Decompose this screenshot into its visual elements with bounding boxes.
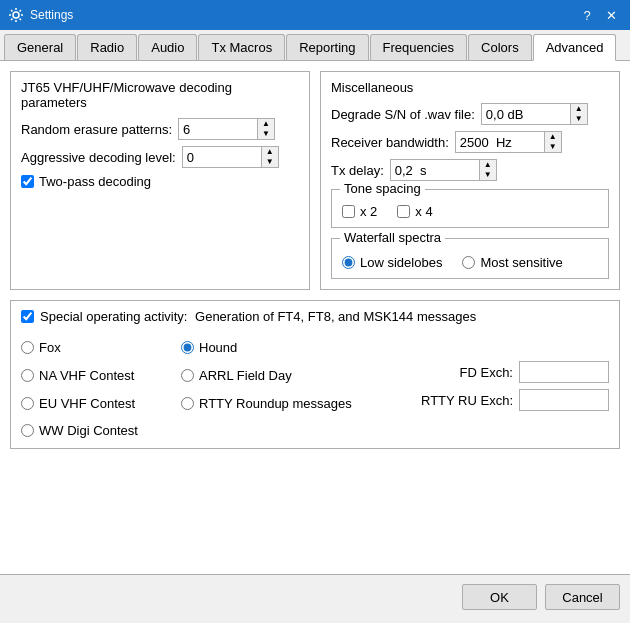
title-bar-buttons: ? ✕: [576, 4, 622, 26]
tab-tx-macros[interactable]: Tx Macros: [198, 34, 285, 60]
random-erasure-row: Random erasure patterns: ▲ ▼: [21, 118, 299, 140]
aggressive-label: Aggressive decoding level:: [21, 150, 176, 165]
tab-reporting[interactable]: Reporting: [286, 34, 368, 60]
fox-radio[interactable]: [21, 341, 34, 354]
special-activity-text: Special operating activity:: [40, 309, 187, 324]
rtty-ru-exch-row: RTTY RU Exch:: [401, 389, 609, 411]
tx-delay-spinner-buttons: ▲ ▼: [480, 159, 497, 181]
tab-radio[interactable]: Radio: [77, 34, 137, 60]
aggressive-up[interactable]: ▲: [262, 147, 278, 157]
arrl-field-day-radio[interactable]: [181, 369, 194, 382]
empty-col2: [181, 417, 401, 438]
fd-exch-label: FD Exch:: [460, 365, 513, 380]
special-activity-desc: Generation of FT4, FT8, and MSK144 messa…: [195, 309, 476, 324]
degrade-down[interactable]: ▼: [571, 114, 587, 124]
random-erasure-label: Random erasure patterns:: [21, 122, 172, 137]
settings-icon: [8, 7, 24, 23]
fox-row: Fox: [21, 340, 181, 355]
fd-exch-input[interactable]: [519, 361, 609, 383]
tabs-bar: General Radio Audio Tx Macros Reporting …: [0, 30, 630, 61]
eu-vhf-radio[interactable]: [21, 397, 34, 410]
ww-digi-radio[interactable]: [21, 424, 34, 437]
tone-spacing-title: Tone spacing: [340, 181, 425, 196]
tx-delay-label: Tx delay:: [331, 163, 384, 178]
degrade-label: Degrade S/N of .wav file:: [331, 107, 475, 122]
x2-row: x 2: [342, 204, 377, 219]
rtty-roundup-label: RTTY Roundup messages: [199, 396, 352, 411]
main-content: JT65 VHF/UHF/Microwave decoding paramete…: [0, 61, 630, 574]
special-activity-label: Special operating activity: Generation o…: [40, 309, 476, 324]
ww-digi-label: WW Digi Contest: [39, 423, 138, 438]
na-vhf-radio[interactable]: [21, 369, 34, 382]
random-erasure-input[interactable]: [178, 118, 258, 140]
tone-spacing-group: Tone spacing x 2 x 4: [331, 189, 609, 228]
tab-advanced[interactable]: Advanced: [533, 34, 617, 61]
radio-options-grid: Fox Hound NA VHF Contest ARRL Field Day …: [21, 334, 609, 438]
waterfall-spectra-title: Waterfall spectra: [340, 230, 445, 245]
arrl-field-day-label: ARRL Field Day: [199, 368, 292, 383]
misc-panel: Miscellaneous Degrade S/N of .wav file: …: [320, 71, 620, 290]
degrade-spinner: ▲ ▼: [481, 103, 588, 125]
tx-delay-spinner: ▲ ▼: [390, 159, 497, 181]
tx-delay-down[interactable]: ▼: [480, 170, 496, 180]
x4-label: x 4: [415, 204, 432, 219]
ok-button[interactable]: OK: [462, 584, 537, 610]
x2-checkbox[interactable]: [342, 205, 355, 218]
tab-general[interactable]: General: [4, 34, 76, 60]
rtty-roundup-radio[interactable]: [181, 397, 194, 410]
waterfall-spectra-group: Waterfall spectra Low sidelobes Most sen…: [331, 238, 609, 279]
aggressive-spinner-buttons: ▲ ▼: [262, 146, 279, 168]
random-erasure-spinner-buttons: ▲ ▼: [258, 118, 275, 140]
aggressive-down[interactable]: ▼: [262, 157, 278, 167]
eu-vhf-row: EU VHF Contest: [21, 395, 181, 411]
na-vhf-label: NA VHF Contest: [39, 368, 134, 383]
receiver-up[interactable]: ▲: [545, 132, 561, 142]
cancel-button[interactable]: Cancel: [545, 584, 620, 610]
receiver-label: Receiver bandwidth:: [331, 135, 449, 150]
rtty-ru-exch-label: RTTY RU Exch:: [421, 393, 513, 408]
low-sidelobes-row: Low sidelobes: [342, 255, 442, 270]
x2-label: x 2: [360, 204, 377, 219]
degrade-up[interactable]: ▲: [571, 104, 587, 114]
svg-point-0: [13, 12, 19, 18]
arrl-field-day-row: ARRL Field Day: [181, 367, 401, 383]
jt65-panel: JT65 VHF/UHF/Microwave decoding paramete…: [10, 71, 310, 290]
eu-vhf-label: EU VHF Contest: [39, 396, 135, 411]
tx-delay-input[interactable]: [390, 159, 480, 181]
tx-delay-up[interactable]: ▲: [480, 160, 496, 170]
misc-panel-title: Miscellaneous: [331, 80, 609, 95]
tab-colors[interactable]: Colors: [468, 34, 532, 60]
rtty-ru-exch-input[interactable]: [519, 389, 609, 411]
special-activity-panel: Special operating activity: Generation o…: [10, 300, 620, 449]
x4-row: x 4: [397, 204, 432, 219]
two-pass-checkbox[interactable]: [21, 175, 34, 188]
special-activity-checkbox[interactable]: [21, 310, 34, 323]
aggressive-spinner: ▲ ▼: [182, 146, 279, 168]
low-sidelobes-label: Low sidelobes: [360, 255, 442, 270]
degrade-input[interactable]: [481, 103, 571, 125]
receiver-spinner-buttons: ▲ ▼: [545, 131, 562, 153]
fox-label: Fox: [39, 340, 61, 355]
random-erasure-down[interactable]: ▼: [258, 129, 274, 139]
two-pass-label: Two-pass decoding: [39, 174, 151, 189]
tab-frequencies[interactable]: Frequencies: [370, 34, 468, 60]
top-panels: JT65 VHF/UHF/Microwave decoding paramete…: [10, 71, 620, 290]
receiver-row: Receiver bandwidth: ▲ ▼: [331, 131, 609, 153]
tab-audio[interactable]: Audio: [138, 34, 197, 60]
hound-radio[interactable]: [181, 341, 194, 354]
low-sidelobes-radio[interactable]: [342, 256, 355, 269]
receiver-input[interactable]: [455, 131, 545, 153]
close-button[interactable]: ✕: [600, 4, 622, 26]
receiver-spinner: ▲ ▼: [455, 131, 562, 153]
footer: OK Cancel: [0, 574, 630, 619]
most-sensitive-radio[interactable]: [462, 256, 475, 269]
x4-checkbox[interactable]: [397, 205, 410, 218]
receiver-down[interactable]: ▼: [545, 142, 561, 152]
title-bar: Settings ? ✕: [0, 0, 630, 30]
aggressive-input[interactable]: [182, 146, 262, 168]
aggressive-row: Aggressive decoding level: ▲ ▼: [21, 146, 299, 168]
help-button[interactable]: ?: [576, 4, 598, 26]
two-pass-row: Two-pass decoding: [21, 174, 299, 189]
random-erasure-up[interactable]: ▲: [258, 119, 274, 129]
rtty-roundup-row: RTTY Roundup messages: [181, 395, 401, 411]
